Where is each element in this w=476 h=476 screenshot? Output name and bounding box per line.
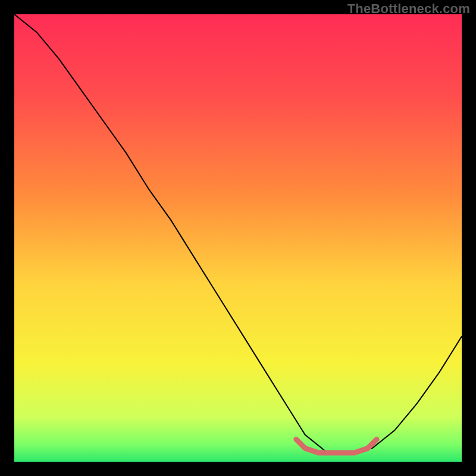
watermark-text: TheBottleneck.com [347,1,470,17]
plot-area [14,14,462,462]
chart-svg [14,14,462,462]
chart-frame: TheBottleneck.com [0,0,476,476]
gradient-background [14,14,462,462]
